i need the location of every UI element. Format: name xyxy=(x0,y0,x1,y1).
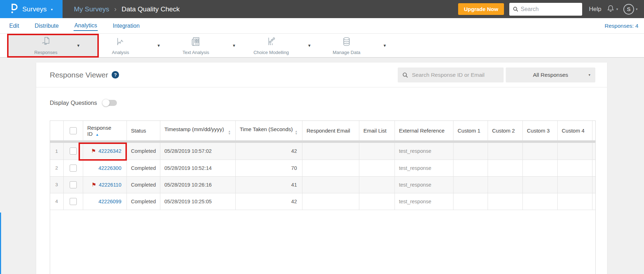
column-header-id[interactable]: Response ID▲ xyxy=(83,121,127,140)
cell-respondent_email xyxy=(302,193,359,210)
breadcrumb: My Surveys › Data Quality Check xyxy=(74,5,180,13)
column-header-custom3: Custom 3 xyxy=(522,121,557,140)
search-icon xyxy=(512,6,519,14)
help-link[interactable]: Help xyxy=(589,6,601,13)
chevron-down-icon: ▾ xyxy=(636,7,638,11)
response-search-input[interactable] xyxy=(398,68,504,82)
response-id-link[interactable]: 42226342 xyxy=(98,148,122,154)
column-header-label: Email List xyxy=(364,128,387,134)
upgrade-now-button[interactable]: Upgrade Now xyxy=(458,3,504,15)
cell-custom1 xyxy=(453,160,488,176)
column-header-timestamp[interactable]: Timestamp (mm/dd/yyyy)▲▼ xyxy=(160,121,235,140)
chevron-down-icon[interactable]: ▼ xyxy=(232,43,236,48)
cell-checkbox xyxy=(63,176,83,193)
sort-icon[interactable]: ▲▼ xyxy=(295,130,298,135)
column-header-num xyxy=(50,121,63,140)
row-checkbox[interactable] xyxy=(70,147,77,155)
tab-distribute[interactable]: Distribute xyxy=(34,21,60,31)
table-scrollbar-strip[interactable] xyxy=(50,140,596,143)
tool-label: Text Analysis xyxy=(182,50,209,55)
bell-icon xyxy=(607,5,615,14)
chevron-down-icon[interactable]: ▼ xyxy=(383,43,387,48)
cell-custom4 xyxy=(557,176,592,193)
cell-custom2 xyxy=(488,176,522,193)
global-search xyxy=(509,3,582,16)
table-header: Response ID▲StatusTimestamp (mm/dd/yyyy)… xyxy=(50,121,596,143)
column-header-label: Status xyxy=(131,128,146,134)
cell-custom3 xyxy=(522,176,557,193)
cell-email_list xyxy=(359,160,395,176)
select-all-checkbox[interactable] xyxy=(70,127,77,134)
tool-choice-modelling[interactable]: Choice Modelling ▼ xyxy=(241,34,316,57)
cell-email_list xyxy=(359,143,395,160)
display-questions-toggle[interactable] xyxy=(103,100,117,106)
column-header-status: Status xyxy=(127,121,160,140)
help-icon[interactable]: ? xyxy=(112,71,119,79)
column-header-custom1: Custom 1 xyxy=(453,121,488,140)
responses-table: Response ID▲StatusTimestamp (mm/dd/yyyy)… xyxy=(50,121,596,210)
column-header-label: Response ID xyxy=(87,125,112,137)
flag-icon: ⚑ xyxy=(92,182,96,188)
response-id-link[interactable]: 42226110 xyxy=(99,182,121,188)
row-checkbox[interactable] xyxy=(70,181,77,188)
cell-spacer xyxy=(592,143,596,160)
cell-custom1 xyxy=(453,176,488,193)
response-id-link[interactable]: 42226099 xyxy=(98,199,122,204)
column-header-time_taken[interactable]: Time Taken (Seconds)▲▼ xyxy=(235,121,302,140)
response-id-link[interactable]: 42226300 xyxy=(98,165,122,171)
account-menu[interactable]: S ▾ xyxy=(623,4,638,15)
table-row: 3⚑42226110Completed05/28/2019 10:26:1641… xyxy=(50,176,596,193)
cell-time_taken: 70 xyxy=(235,160,302,176)
row-checkbox[interactable] xyxy=(70,165,77,172)
tab-analytics[interactable]: Analytics xyxy=(74,21,98,31)
cell-id: 42226300 xyxy=(83,160,127,176)
column-header-label: Respondent Email xyxy=(307,128,350,134)
chevron-down-icon[interactable]: ▼ xyxy=(307,43,311,48)
global-search-input[interactable] xyxy=(509,3,582,16)
tool-responses[interactable]: Responses ▼ xyxy=(9,34,98,57)
row-checkbox[interactable] xyxy=(70,198,77,205)
cell-num: 4 xyxy=(50,193,63,210)
tab-integration[interactable]: Integration xyxy=(112,21,140,31)
cell-custom2 xyxy=(488,143,522,160)
text-analysis-icon xyxy=(190,36,202,49)
cell-status: Completed xyxy=(127,143,160,160)
tool-analysis[interactable]: Analysis ▼ xyxy=(90,34,166,57)
cell-num: 3 xyxy=(50,176,63,193)
breadcrumb-my-surveys[interactable]: My Surveys xyxy=(74,5,109,13)
tool-label: Choice Modelling xyxy=(253,50,289,55)
tab-edit[interactable]: Edit xyxy=(9,21,20,31)
cell-respondent_email xyxy=(302,176,359,193)
cell-id: ⚑42226110 xyxy=(83,176,127,193)
notifications-menu[interactable]: ▾ xyxy=(607,5,618,14)
cell-spacer xyxy=(592,193,596,210)
column-header-external_reference: External Reference xyxy=(395,121,453,140)
cell-external_reference: test_response xyxy=(395,193,453,210)
cell-custom3 xyxy=(522,160,557,176)
tool-label: Analysis xyxy=(112,50,129,55)
column-header-checkbox[interactable] xyxy=(63,121,83,140)
column-header-label: Timestamp (mm/dd/yyyy) xyxy=(165,126,224,132)
cell-external_reference: test_response xyxy=(395,176,453,193)
cell-custom3 xyxy=(522,193,557,210)
chevron-down-icon[interactable]: ▼ xyxy=(157,43,161,48)
header-row: Response ID▲StatusTimestamp (mm/dd/yyyy)… xyxy=(50,121,596,140)
cell-custom1 xyxy=(453,143,488,160)
responses-filter-dropdown[interactable]: All Responses ▾ xyxy=(506,68,595,82)
product-switcher[interactable]: Surveys ▾ xyxy=(0,0,63,18)
response-viewer-card: Response Viewer ? All Responses ▾ Displa… xyxy=(36,63,607,274)
product-name: Surveys xyxy=(22,5,47,13)
analytics-toolbar: Responses ▼ Analysis ▼ xyxy=(0,34,644,58)
cell-custom4 xyxy=(557,193,592,210)
table-body: 1⚑42226342Completed05/28/2019 10:57:0242… xyxy=(50,143,596,210)
cell-respondent_email xyxy=(302,160,359,176)
chevron-down-icon[interactable]: ▼ xyxy=(76,43,80,48)
sort-icon[interactable]: ▲▼ xyxy=(228,130,231,135)
cell-status: Completed xyxy=(127,176,160,193)
chevron-down-icon: ▾ xyxy=(589,73,590,77)
tool-manage-data[interactable]: Manage Data ▼ xyxy=(316,34,392,57)
cell-timestamp: 05/28/2019 10:26:16 xyxy=(160,176,235,193)
tool-text-analysis[interactable]: Text Analysis ▼ xyxy=(166,34,241,57)
cell-checkbox xyxy=(63,193,83,210)
column-header-respondent_email: Respondent Email xyxy=(302,121,359,140)
